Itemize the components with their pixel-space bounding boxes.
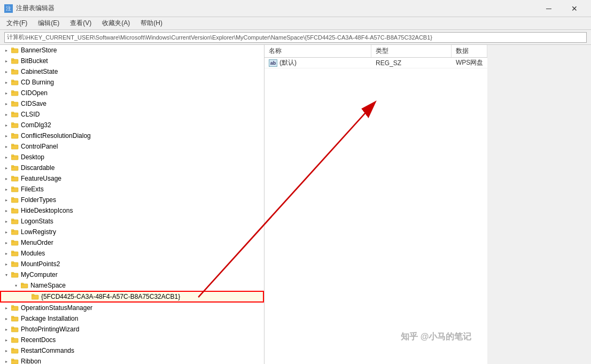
menu-item-f[interactable]: 文件(F)	[2, 18, 32, 29]
expand-icon[interactable]: ▸	[2, 346, 11, 355]
tree-item-logonstats[interactable]: ▸ LogonStats	[0, 216, 264, 227]
svg-rect-19	[11, 144, 14, 146]
folder-icon	[11, 89, 19, 97]
folder-icon	[11, 218, 19, 225]
expand-icon[interactable]: ▸	[2, 314, 11, 323]
value-name-cell: ab(默认)	[265, 58, 371, 68]
minimize-button[interactable]: ─	[536, 0, 561, 17]
tree-item-foldertypes[interactable]: ▸ FolderTypes	[0, 195, 264, 205]
folder-icon	[11, 336, 19, 344]
expand-icon[interactable]: ▸	[2, 228, 11, 236]
expand-icon[interactable]: ▸	[2, 174, 11, 183]
app-title: 注册表编辑器	[16, 4, 55, 13]
tree-item-comdlg32[interactable]: ▸ ComDlg32	[0, 120, 264, 130]
expand-icon[interactable]: ▸	[2, 153, 11, 161]
tree-item-packageinstallation[interactable]: ▸ Package Installation	[0, 313, 264, 324]
tree-item-bitbucket[interactable]: ▸ BitBucket	[0, 56, 264, 66]
expand-icon[interactable]: ▸	[2, 238, 11, 247]
folder-icon	[11, 57, 19, 65]
tree-item-fileexts[interactable]: ▸ FileExts	[0, 184, 264, 195]
main-content: ▸ BannerStore▸ BitBucket▸ CabinetState▸ …	[0, 45, 591, 364]
tree-item-featureusage[interactable]: ▸ FeatureUsage	[0, 173, 264, 184]
tree-item-menuorder[interactable]: ▸ MenuOrder	[0, 237, 264, 248]
expand-icon[interactable]	[22, 292, 31, 301]
expand-icon[interactable]: ▸	[2, 89, 11, 97]
registry-tree[interactable]: ▸ BannerStore▸ BitBucket▸ CabinetState▸ …	[0, 45, 265, 364]
tree-item-hidedesktopicons[interactable]: ▸ HideDesktopIcons	[0, 205, 264, 216]
expand-icon[interactable]: ▸	[2, 121, 11, 129]
expand-icon[interactable]: ▸	[2, 260, 11, 268]
svg-rect-45	[21, 283, 24, 285]
tree-item-mycomputer[interactable]: ▾ MyComputer	[0, 269, 264, 280]
expand-icon[interactable]: ▸	[2, 217, 11, 226]
menu-item-h[interactable]: 帮助(H)	[136, 18, 167, 29]
expand-icon[interactable]: ▸	[2, 99, 11, 108]
svg-rect-31	[11, 208, 14, 210]
tree-item-modules[interactable]: ▸ Modules	[0, 248, 264, 259]
svg-rect-37	[11, 241, 14, 242]
reg-value-icon: ab	[269, 59, 277, 67]
tree-item-ribbon[interactable]: ▸ Ribbon	[0, 356, 264, 364]
svg-rect-57	[11, 348, 14, 350]
folder-icon	[11, 304, 19, 312]
tree-item-bannerstore[interactable]: ▸ BannerStore	[0, 45, 264, 56]
expand-icon[interactable]: ▸	[2, 131, 11, 140]
tree-item-clsid[interactable]: ▸ CLSID	[0, 109, 264, 120]
tree-item-controlpanel[interactable]: ▸ ControlPanel	[0, 141, 264, 152]
tree-item-cdburning[interactable]: ▸ CD Burning	[0, 77, 264, 88]
tree-item-discardable[interactable]: ▸ Discardable	[0, 162, 264, 173]
svg-rect-17	[11, 134, 14, 135]
folder-icon	[11, 228, 19, 236]
tree-item-cidsave[interactable]: ▸ CIDSave	[0, 98, 264, 109]
expand-icon[interactable]: ▾	[2, 270, 11, 279]
folder-icon	[11, 250, 19, 257]
tree-item-guid-entry[interactable]: {5FCD4425-CA3A-48F4-A57C-B8A75C32ACB1}	[0, 291, 264, 303]
folder-icon	[11, 153, 19, 161]
folder-icon	[11, 68, 19, 75]
expand-icon[interactable]: ▸	[2, 357, 11, 364]
menu-item-v[interactable]: 查看(V)	[66, 18, 96, 29]
expand-icon[interactable]: ▸	[2, 206, 11, 215]
expand-icon[interactable]: ▸	[2, 249, 11, 258]
expand-icon[interactable]: ▸	[2, 67, 11, 76]
expand-icon[interactable]: ▸	[2, 164, 11, 172]
address-path[interactable]: 计算机\HKEY_CURRENT_USER\Software\Microsoft…	[4, 32, 587, 43]
tree-item-label: CIDOpen	[21, 89, 48, 97]
expand-icon[interactable]: ▾	[12, 281, 20, 290]
tree-item-conflictresolutiondialog[interactable]: ▸ ConflictResolutionDialog	[0, 130, 264, 141]
col-header-name: 名称	[265, 45, 371, 57]
menu-bar: 文件(F)编辑(E)查看(V)收藏夹(A)帮助(H)	[0, 17, 591, 30]
expand-icon[interactable]: ▸	[2, 57, 11, 65]
table-row[interactable]: ab(默认)REG_SZWPS网盘	[265, 58, 487, 68]
expand-icon[interactable]: ▸	[2, 325, 11, 334]
expand-icon[interactable]: ▸	[2, 336, 11, 344]
svg-rect-41	[11, 262, 14, 264]
address-path-text: \HKEY_CURRENT_USER\Software\Microsoft\Wi…	[25, 34, 432, 41]
expand-icon[interactable]: ▸	[2, 78, 11, 87]
tree-item-lowregistry[interactable]: ▸ LowRegistry	[0, 227, 264, 237]
expand-icon[interactable]: ▸	[2, 185, 11, 193]
values-header: 名称 类型 数据	[265, 45, 487, 58]
tree-item-cidopen[interactable]: ▸ CIDOpen	[0, 88, 264, 98]
expand-icon[interactable]: ▸	[2, 142, 11, 151]
tree-item-recentdocs[interactable]: ▸ RecentDocs	[0, 335, 264, 345]
tree-item-label: ControlPanel	[21, 143, 58, 150]
expand-icon[interactable]: ▸	[2, 46, 11, 55]
tree-item-mountpoints2[interactable]: ▸ MountPoints2	[0, 259, 264, 269]
window-controls: ─ ✕	[536, 0, 587, 17]
menu-item-e[interactable]: 编辑(E)	[34, 18, 64, 29]
tree-item-namespace[interactable]: ▾ NameSpace	[0, 280, 264, 291]
tree-item-photoprintingwizard[interactable]: ▸ PhotoPrintingWizard	[0, 324, 264, 335]
expand-icon[interactable]: ▸	[2, 304, 11, 312]
folder-icon	[31, 293, 40, 300]
tree-item-label: BitBucket	[21, 57, 48, 65]
expand-icon[interactable]: ▸	[2, 196, 11, 204]
tree-item-cabinetstate[interactable]: ▸ CabinetState	[0, 66, 264, 77]
tree-item-restartcommands[interactable]: ▸ RestartCommands	[0, 345, 264, 356]
tree-item-label: ComDlg32	[21, 121, 51, 129]
close-button[interactable]: ✕	[562, 0, 587, 17]
tree-item-operationstatusmanager[interactable]: ▸ OperationStatusManager	[0, 303, 264, 313]
menu-item-a[interactable]: 收藏夹(A)	[98, 18, 134, 29]
tree-item-desktop[interactable]: ▸ Desktop	[0, 152, 264, 162]
expand-icon[interactable]: ▸	[2, 110, 11, 119]
